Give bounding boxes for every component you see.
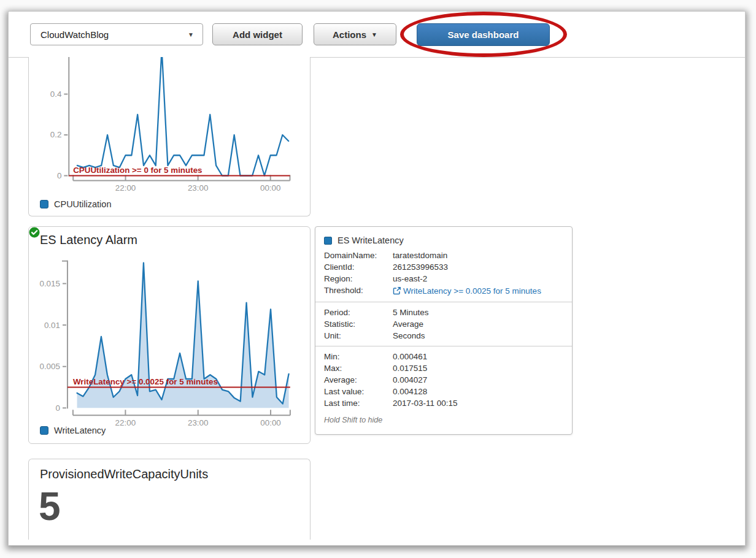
svg-text:0.005: 0.005 (39, 362, 60, 371)
tooltip-section-divider (315, 302, 572, 302)
legend-item-writelatency[interactable]: WriteLatency (40, 426, 106, 435)
tooltip-row: Statistic:Average (324, 318, 563, 330)
tooltip-row-label: Threshold: (324, 285, 393, 297)
tooltip-row-value: 5 Minutes (393, 307, 563, 318)
tooltip-row-value: 2017-03-11 00:15 (393, 397, 563, 409)
svg-text:23:00: 23:00 (188, 183, 208, 193)
tooltip-row: Threshold:WriteLatency >= 0.0025 for 5 m… (324, 285, 563, 297)
svg-text:0: 0 (56, 403, 60, 413)
add-widget-button[interactable]: Add widget (212, 23, 303, 45)
tooltip-row: Unit:Seconds (324, 330, 563, 342)
tooltip-row-value: 0.004027 (393, 374, 563, 386)
tooltip-row-label: DomainName: (324, 250, 393, 261)
cpu-utilization-chart[interactable]: 00.20.422:0023:0000:00CPUUtilization >= … (29, 57, 310, 215)
add-widget-label: Add widget (233, 29, 282, 40)
actions-label: Actions (333, 29, 366, 40)
tooltip-row-value: us-east-2 (393, 273, 563, 285)
widget-title: ES Latency Alarm (40, 233, 137, 247)
tooltip-row-label: Last value: (324, 386, 393, 397)
metric-hover-tooltip: ES WriteLatency DomainName:taratestdomai… (315, 226, 573, 435)
tooltip-row-value: 261253996533 (393, 261, 563, 273)
tooltip-row-label: ClientId: (324, 261, 393, 273)
svg-text:23:00: 23:00 (188, 418, 209, 427)
threshold-link[interactable]: WriteLatency >= 0.0025 for 5 minutes (393, 285, 563, 297)
save-dashboard-button[interactable]: Save dashboard (417, 23, 550, 46)
dashboard-name-value: CloudWatchBlog (40, 29, 109, 40)
tooltip-row-label: Last time: (324, 397, 393, 409)
tooltip-row: Average:0.004027 (324, 374, 563, 386)
widget-title: ProvisionedWriteCapacityUnits (40, 467, 208, 481)
external-link-icon (393, 286, 401, 295)
chevron-down-icon: ▼ (371, 31, 377, 38)
tooltip-header: ES WriteLatency (324, 235, 563, 245)
tooltip-row: Min:0.000461 (324, 351, 563, 362)
svg-text:00:00: 00:00 (260, 418, 281, 427)
tooltip-row-value: 0.004128 (393, 386, 563, 397)
series-color-swatch (324, 237, 332, 245)
tooltip-sections: DomainName:taratestdomainClientId:261253… (324, 250, 563, 409)
series-color-swatch (40, 426, 48, 435)
svg-text:WriteLatency >= 0.0025 for 5 m: WriteLatency >= 0.0025 for 5 minutes (73, 377, 218, 386)
tooltip-footnote: Hold Shift to hide (324, 416, 563, 424)
svg-text:0.015: 0.015 (39, 279, 60, 288)
chevron-down-icon: ▼ (188, 31, 194, 38)
tooltip-row-label: Unit: (324, 330, 393, 342)
tooltip-row: Last value:0.004128 (324, 386, 563, 397)
legend-label: WriteLatency (54, 426, 106, 435)
svg-text:0.4: 0.4 (50, 90, 62, 99)
tooltip-section-divider (315, 346, 572, 346)
legend-label: CPUUtilization (54, 199, 111, 209)
series-color-swatch (40, 200, 48, 208)
actions-button[interactable]: Actions ▼ (314, 23, 396, 45)
tooltip-row: Region:us-east-2 (324, 273, 563, 285)
legend-item-cpuutilization[interactable]: CPUUtilization (40, 199, 111, 209)
es-latency-chart[interactable]: 00.0050.010.01522:0023:0000:00WriteLaten… (29, 227, 310, 443)
svg-text:CPUUtilization >= 0 for 5 minu: CPUUtilization >= 0 for 5 minutes (73, 166, 202, 175)
screenshot-page: CloudWatchBlog ▼ Add widget Actions ▼ Sa… (8, 11, 746, 546)
svg-text:22:00: 22:00 (115, 183, 136, 193)
save-dashboard-label: Save dashboard (448, 29, 519, 40)
svg-text:22:00: 22:00 (115, 418, 136, 427)
tooltip-row-value: taratestdomain (393, 250, 563, 261)
tooltip-row-value: Average (393, 318, 563, 330)
tooltip-row: DomainName:taratestdomain (324, 250, 563, 261)
svg-text:0: 0 (57, 171, 61, 180)
widget-cpu-utilization[interactable]: 00.20.422:0023:0000:00CPUUtilization >= … (28, 57, 310, 216)
tooltip-row-label: Max: (324, 362, 393, 374)
tooltip-row-label: Region: (324, 273, 393, 285)
tooltip-row-label: Min: (324, 351, 393, 362)
tooltip-row: ClientId:261253996533 (324, 261, 563, 273)
alarm-ok-icon (29, 227, 40, 238)
tooltip-row-label: Period: (324, 307, 393, 318)
svg-text:00:00: 00:00 (260, 183, 280, 193)
svg-text:0.01: 0.01 (44, 321, 60, 330)
tooltip-title: ES WriteLatency (338, 235, 404, 245)
tooltip-row: Max:0.017515 (324, 362, 563, 374)
tooltip-row-value: Seconds (393, 330, 563, 342)
tooltip-row: Last time:2017-03-11 00:15 (324, 397, 563, 409)
tooltip-row-label: Average: (324, 374, 393, 386)
svg-text:0.2: 0.2 (50, 130, 62, 139)
tooltip-row-value: 0.000461 (393, 351, 563, 362)
dashboard-name-select[interactable]: CloudWatchBlog ▼ (30, 23, 203, 45)
tooltip-row-value: 0.017515 (393, 362, 563, 374)
widget-provisioned-write-capacity[interactable]: ProvisionedWriteCapacityUnits 5 (28, 459, 310, 540)
tooltip-row-label: Statistic: (324, 318, 393, 330)
widget-es-latency-alarm[interactable]: 00.0050.010.01522:0023:0000:00WriteLaten… (28, 226, 310, 444)
tooltip-row: Period:5 Minutes (324, 307, 563, 318)
single-value-number: 5 (39, 484, 61, 529)
